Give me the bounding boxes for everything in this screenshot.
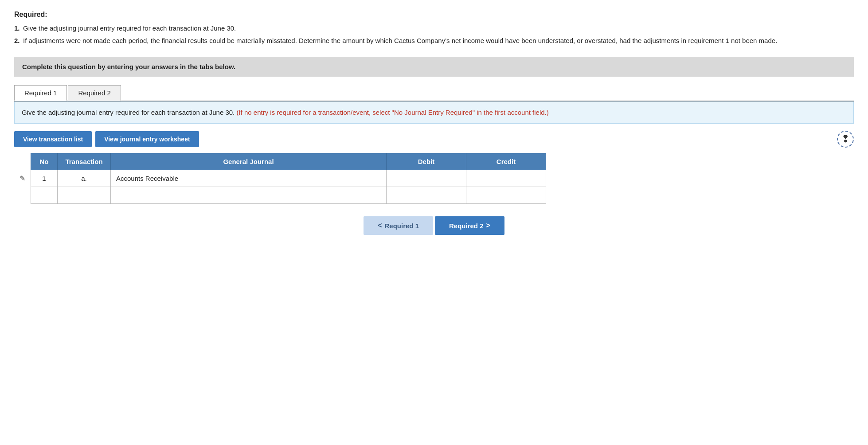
cell-transaction-1: a. <box>58 170 111 187</box>
instruction-1-text: Give the adjusting journal entry require… <box>23 24 236 32</box>
view-transaction-list-button[interactable]: View transaction list <box>14 131 92 147</box>
cell-transaction-2 <box>58 187 111 204</box>
col-general-journal: General Journal <box>111 153 387 170</box>
table-row: ✎ 1 a. Accounts Receivable <box>14 170 546 187</box>
instruction-2-text: If adjustments were not made each period… <box>23 37 777 44</box>
instruction-box: Give the adjusting journal entry require… <box>14 101 854 124</box>
cell-no-1: 1 <box>31 170 58 187</box>
view-journal-entry-worksheet-button[interactable]: View journal entry worksheet <box>95 131 199 147</box>
cell-gj-2[interactable] <box>111 187 387 204</box>
cell-credit-1[interactable] <box>466 170 546 187</box>
prev-arrow-icon: < <box>378 222 382 230</box>
instruction-1-num: 1. <box>14 23 20 34</box>
buttons-row: View transaction list View journal entry… <box>14 131 854 148</box>
required-heading: Required: <box>14 11 854 19</box>
col-credit: Credit <box>466 153 546 170</box>
table-row <box>14 187 546 204</box>
edit-icon[interactable]: ✎ <box>20 175 25 182</box>
instruction-1: 1. Give the adjusting journal entry requ… <box>14 23 854 34</box>
cell-no-2 <box>31 187 58 204</box>
cell-gj-1[interactable]: Accounts Receivable <box>111 170 387 187</box>
next-button-label: Required 2 <box>449 222 484 230</box>
col-no: No <box>31 153 58 170</box>
journal-table-wrapper: No Transaction General Journal Debit Cre… <box>14 153 546 204</box>
instruction-box-text-plain: Give the adjusting journal entry require… <box>22 109 236 116</box>
instruction-box-text-red: (If no entry is required for a transacti… <box>236 109 548 116</box>
tab-required-1[interactable]: Required 1 <box>14 85 67 101</box>
col-debit: Debit <box>387 153 466 170</box>
close-icon[interactable]: ❢ <box>837 131 854 148</box>
next-button[interactable]: Required 2 > <box>435 216 504 235</box>
cell-debit-1[interactable] <box>387 170 466 187</box>
col-transaction: Transaction <box>58 153 111 170</box>
instruction-2-num: 2. <box>14 35 20 46</box>
prev-button-label: Required 1 <box>384 222 419 230</box>
cell-debit-2[interactable] <box>387 187 466 204</box>
instructions-section: 1. Give the adjusting journal entry requ… <box>14 23 854 46</box>
tab-required-2[interactable]: Required 2 <box>68 85 121 101</box>
next-arrow-icon: > <box>486 222 490 230</box>
instruction-2: 2. If adjustments were not made each per… <box>14 35 854 46</box>
tabs-container: Required 1 Required 2 <box>14 85 854 101</box>
journal-table: No Transaction General Journal Debit Cre… <box>14 153 546 204</box>
prev-button[interactable]: < Required 1 <box>364 216 433 235</box>
cell-credit-2[interactable] <box>466 187 546 204</box>
bottom-nav: < Required 1 Required 2 > <box>14 216 854 235</box>
gray-banner: Complete this question by entering your … <box>14 57 854 77</box>
